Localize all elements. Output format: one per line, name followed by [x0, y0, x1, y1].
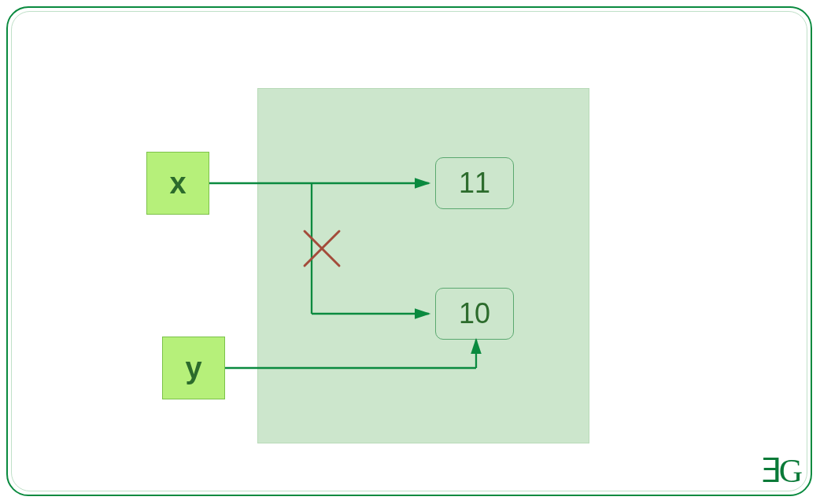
- memory-region: [257, 88, 589, 443]
- variable-y-box: y: [162, 337, 225, 399]
- value-box-second: 10: [435, 288, 514, 340]
- value-box-first: 11: [435, 157, 514, 209]
- gfg-logo: ƎG: [761, 451, 800, 490]
- value-second: 10: [459, 297, 490, 330]
- variable-x-label: x: [169, 167, 186, 200]
- variable-y-label: y: [185, 351, 201, 385]
- variable-x-box: x: [146, 152, 209, 215]
- logo-text: ƎG: [761, 453, 800, 489]
- value-first: 11: [459, 167, 490, 200]
